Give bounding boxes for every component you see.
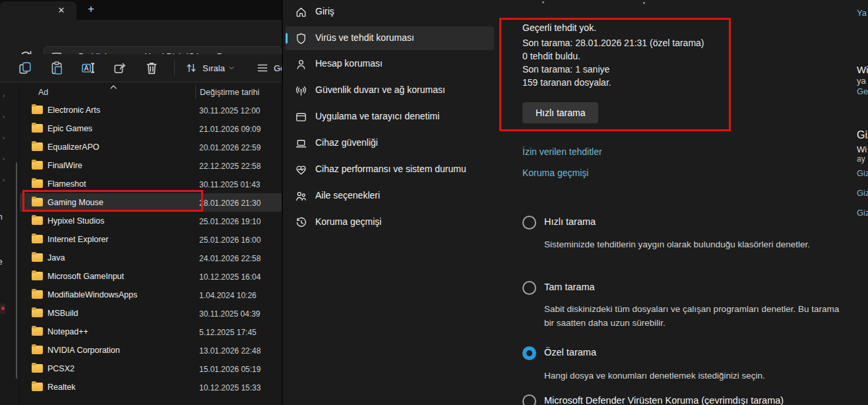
view-menu[interactable]: Görünü (255, 61, 282, 75)
table-row[interactable]: NVIDIA Corporation 13.01.2026 22:48 (20, 341, 282, 359)
delete-icon[interactable] (144, 60, 160, 76)
sidebar-item-device-security[interactable]: Cihaz güvenliği (286, 131, 494, 155)
table-row[interactable]: Hypixel Studios 25.01.2026 19:10 (20, 212, 282, 230)
person-icon (295, 58, 307, 71)
table-row[interactable]: MSBuild 30.11.2025 04:39 (20, 304, 282, 323)
sidebar-item-device-performance[interactable]: Cihaz performansı ve sistem durumu (286, 158, 494, 181)
sidebar-item-app-browser-control[interactable]: Uygulama ve tarayıcı denetimi (286, 105, 494, 129)
nav-badge-icon (0, 303, 5, 314)
table-row[interactable]: EqualizerAPO 20.01.2026 22:59 (20, 138, 282, 156)
folder-icon (32, 364, 43, 373)
table-row[interactable]: Realtek 10.12.2025 15:33 (20, 378, 282, 396)
tree-expand-icon[interactable]: › (3, 156, 9, 162)
folder-modified-date: 25.01.2026 19:10 (199, 217, 261, 226)
folder-name: Microsoft GameInput (47, 272, 124, 281)
sidebar-item-firewall-network[interactable]: Güvenlik duvarı ve ağ koruması (286, 78, 494, 102)
sidebar-item-label: Koruma geçmişi (315, 216, 381, 227)
folder-modified-date: 10.12.2025 15:33 (199, 383, 261, 392)
new-tab-button[interactable]: + (84, 2, 98, 16)
svg-text:A: A (84, 65, 89, 72)
full-scan-option-label[interactable]: Tam tarama (544, 282, 595, 292)
sidebar-item-label: Cihaz performansı ve sistem durumu (315, 164, 466, 174)
table-row[interactable]: Java 24.01.2026 22:58 (20, 249, 282, 267)
table-row[interactable]: Internet Explorer 25.01.2026 16:00 (20, 230, 282, 249)
right-rail-fragment-link[interactable]: Giz (857, 168, 868, 178)
right-rail-fragment-text: ay (857, 154, 865, 164)
shield-icon (295, 32, 307, 45)
nav-item-fragment: e (0, 257, 3, 266)
family-icon (295, 190, 307, 202)
nav-scrollbar[interactable] (16, 162, 17, 379)
table-row[interactable]: PCSX2 15.01.2026 05:19 (20, 359, 282, 378)
defender-offline-scan-radio[interactable] (522, 394, 536, 405)
explorer-address-row: Bu bilgisayar Yerel Disk (C:) Progra (0, 20, 282, 54)
table-row[interactable]: Notepad++ 5.12.2025 17:45 (20, 323, 282, 341)
folder-name: Hypixel Studios (47, 216, 104, 226)
folder-modified-date: 15.01.2026 05:19 (199, 365, 261, 374)
folder-name: EqualizerAPO (47, 142, 100, 152)
right-rail-fragment-link[interactable]: Ya (857, 8, 867, 18)
rename-icon[interactable]: A (80, 60, 96, 76)
app-window-icon (295, 111, 307, 123)
protection-history-link[interactable]: Koruma geçmişi (522, 168, 588, 178)
paste-icon[interactable] (49, 60, 65, 76)
view-label: Görünü (274, 63, 282, 73)
sidebar-item-label: Aile seçenekleri (315, 190, 380, 201)
folder-icon (32, 216, 43, 225)
table-row[interactable]: Microsoft GameInput 10.12.2025 16:04 (20, 267, 282, 286)
folder-modified-date: 22.12.2025 22:58 (199, 162, 261, 171)
defender-offline-scan-option-label[interactable]: Microsoft Defender Virüsten Koruma (çevr… (544, 395, 784, 405)
tree-expand-icon[interactable]: › (3, 177, 9, 183)
table-row[interactable]: Epic Games 21.01.2026 09:09 (20, 119, 282, 138)
folder-modified-date: 21.01.2026 09:09 (199, 125, 261, 134)
sidebar-item-family-options[interactable]: Aile seçenekleri (286, 184, 494, 208)
share-icon[interactable] (112, 60, 128, 76)
quick-scan-option-label[interactable]: Hızlı tarama (544, 216, 596, 227)
close-tab-icon[interactable]: ✕ (55, 5, 67, 16)
full-scan-radio[interactable] (522, 281, 536, 295)
tree-expand-icon[interactable]: › (3, 92, 9, 99)
history-icon (295, 216, 307, 229)
tree-expand-icon[interactable]: › (3, 135, 9, 141)
custom-scan-option-label[interactable]: Özel tarama (544, 347, 596, 358)
column-header-modified[interactable]: Değiştirme tarihi (200, 88, 259, 97)
annotation-box-scan-status (499, 18, 731, 131)
sidebar-item-label: Güvenlik duvarı ve ağ koruması (315, 84, 445, 95)
quick-scan-radio[interactable] (522, 216, 536, 230)
table-row[interactable]: Electronic Arts 30.11.2025 12:00 (20, 101, 282, 119)
custom-scan-radio[interactable] (522, 346, 536, 360)
right-rail-fragment-link[interactable]: Ge (857, 86, 868, 96)
folder-icon (32, 309, 43, 317)
right-rail-fragment-link[interactable]: Giz (857, 208, 868, 218)
sort-menu[interactable]: Sırala (184, 61, 235, 75)
column-header-name[interactable]: Ad (38, 88, 48, 97)
view-icon (255, 61, 270, 75)
right-rail-fragment-link[interactable]: Giz (857, 188, 868, 198)
copy-icon[interactable] (17, 60, 33, 76)
explorer-tab[interactable]: ✕ (0, 1, 77, 20)
folder-icon (32, 346, 43, 354)
column-divider[interactable] (195, 86, 196, 99)
right-rail-fragment-text: ya (857, 76, 866, 86)
allowed-threats-link[interactable]: İzin verilen tehditler (522, 146, 602, 157)
sidebar-item-home[interactable]: Giriş (286, 0, 494, 24)
folder-icon (32, 179, 43, 188)
folder-modified-date: 24.01.2026 22:58 (199, 254, 261, 263)
laptop-icon (295, 137, 307, 150)
network-icon (295, 84, 307, 97)
folder-modified-date: 1.04.2024 10:26 (199, 291, 257, 300)
sidebar-item-protection-history[interactable]: Koruma geçmişi (286, 210, 494, 234)
tree-expand-icon[interactable]: › (3, 113, 9, 120)
folder-name: MSBuild (47, 309, 78, 318)
sidebar-item-virus-threat-protection[interactable]: Virüs ve tehdit koruması (286, 26, 494, 50)
sidebar-item-label: Hesap koruması (315, 58, 383, 69)
sidebar-item-label: Uygulama ve tarayıcı denetimi (315, 111, 439, 121)
sidebar-item-label: Giriş (315, 6, 334, 16)
sidebar-item-account-protection[interactable]: Hesap koruması (286, 52, 494, 76)
table-row[interactable]: ModifiableWindowsApps 1.04.2024 10:26 (20, 286, 282, 304)
folder-name: FinalWire (47, 161, 82, 170)
windows-security-window: Giriş Virüs ve tehdit koruması Hesap kor… (282, 0, 868, 405)
clipped-text-fragment (643, 2, 645, 4)
table-row[interactable]: FinalWire 22.12.2025 22:58 (20, 156, 282, 175)
folder-modified-date: 20.01.2026 22:59 (199, 143, 261, 152)
